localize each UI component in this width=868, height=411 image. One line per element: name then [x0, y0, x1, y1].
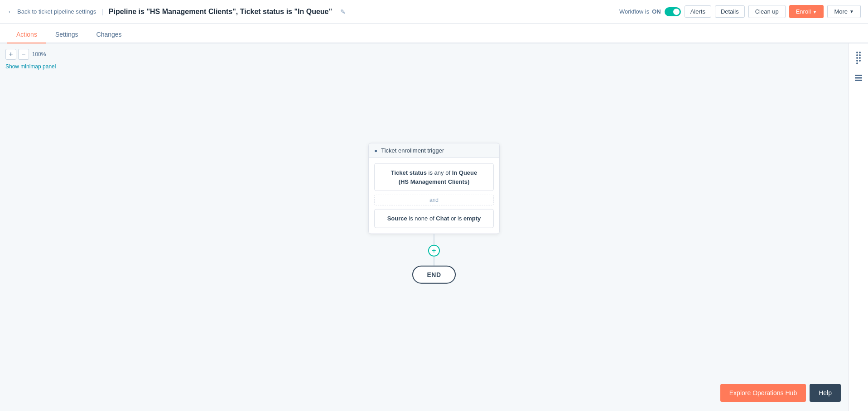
condition-2-or: or is	[451, 215, 463, 222]
trigger-header: ● Ticket enrollment trigger	[369, 143, 499, 158]
bottom-right-actions: Explore Operations Hub Help	[720, 384, 841, 402]
details-button[interactable]: Details	[715, 5, 745, 18]
pipeline-title: Pipeline is "HS Management Clients", Tic…	[109, 8, 332, 16]
trigger-header-label: Ticket enrollment trigger	[381, 147, 444, 154]
condition-1-field: Ticket status	[391, 169, 427, 176]
condition-2-value2: empty	[463, 215, 481, 222]
top-bar-left: ← Back to ticket pipeline settings | Pip…	[7, 8, 346, 16]
dot	[859, 57, 861, 59]
more-button[interactable]: More ▼	[827, 5, 861, 18]
alerts-button[interactable]: Alerts	[685, 5, 711, 18]
zoom-level-label: 100%	[31, 51, 47, 57]
dot	[859, 54, 861, 56]
trigger-body: Ticket status is any of In Queue(HS Mana…	[369, 158, 499, 234]
dot	[856, 52, 858, 53]
zoom-controls: + − 100%	[5, 49, 47, 60]
workflow-container: ● Ticket enrollment trigger Ticket statu…	[368, 143, 500, 284]
svg-rect-0	[855, 75, 862, 76]
workflow-toggle[interactable]	[665, 7, 681, 16]
connector-line-top	[434, 234, 434, 244]
tab-settings[interactable]: Settings	[46, 26, 87, 43]
right-panel	[848, 43, 868, 411]
add-action-button[interactable]: +	[428, 244, 440, 256]
dot	[856, 60, 858, 62]
tab-changes[interactable]: Changes	[87, 26, 131, 43]
clean-up-button[interactable]: Clean up	[748, 5, 786, 18]
connector: +	[428, 234, 440, 265]
help-button[interactable]: Help	[810, 384, 841, 402]
back-link[interactable]: ← Back to ticket pipeline settings	[7, 8, 96, 16]
and-divider: and	[374, 195, 494, 206]
back-link-label: Back to ticket pipeline settings	[17, 8, 96, 15]
svg-rect-2	[855, 80, 862, 81]
workflow-status: Workflow is ON	[619, 8, 661, 15]
panel-grid-icon-2[interactable]	[851, 71, 866, 85]
workflow-canvas: + − 100% Show minimap panel ● Ticket enr…	[0, 43, 868, 411]
enroll-chevron-icon: ▼	[813, 10, 817, 14]
zoom-out-button[interactable]: −	[18, 49, 29, 60]
enroll-label: Enroll	[796, 8, 811, 15]
workflow-state-label: ON	[652, 8, 661, 15]
list-icon	[855, 75, 862, 81]
edit-icon[interactable]: ✎	[340, 8, 346, 15]
connector-line-bottom	[434, 256, 434, 265]
condition-2-box[interactable]: Source is none of Chat or is empty	[374, 209, 494, 228]
enroll-button[interactable]: Enroll ▼	[789, 5, 824, 18]
dot	[856, 54, 858, 56]
dot	[856, 57, 858, 59]
panel-grid-icon-1[interactable]	[851, 51, 866, 65]
back-arrow-icon: ←	[7, 8, 14, 16]
tab-actions[interactable]: Actions	[7, 26, 46, 43]
top-bar: ← Back to ticket pipeline settings | Pip…	[0, 0, 868, 24]
condition-1-operator: is any of	[429, 169, 452, 176]
condition-2-operator: is none of	[409, 215, 436, 222]
svg-rect-1	[855, 77, 862, 79]
condition-2-field: Source	[387, 215, 407, 222]
condition-2-value1: Chat	[436, 215, 449, 222]
explore-operations-hub-button[interactable]: Explore Operations Hub	[720, 384, 806, 402]
condition-1-box[interactable]: Ticket status is any of In Queue(HS Mana…	[374, 163, 494, 191]
workflow-status-label: Workflow is	[619, 8, 649, 15]
minimap-toggle[interactable]: Show minimap panel	[5, 63, 56, 70]
more-label: More	[834, 8, 848, 15]
dots-grid-top	[856, 52, 861, 64]
dot	[859, 60, 861, 62]
dot	[859, 52, 861, 53]
nav-tabs: Actions Settings Changes	[0, 24, 868, 43]
trigger-card[interactable]: ● Ticket enrollment trigger Ticket statu…	[368, 143, 500, 234]
trigger-icon: ●	[374, 147, 377, 153]
more-chevron-icon: ▼	[849, 9, 854, 14]
top-bar-right: Workflow is ON Alerts Details Clean up E…	[619, 5, 861, 18]
zoom-in-button[interactable]: +	[5, 49, 16, 60]
dot	[856, 62, 858, 64]
end-node[interactable]: END	[412, 265, 455, 283]
